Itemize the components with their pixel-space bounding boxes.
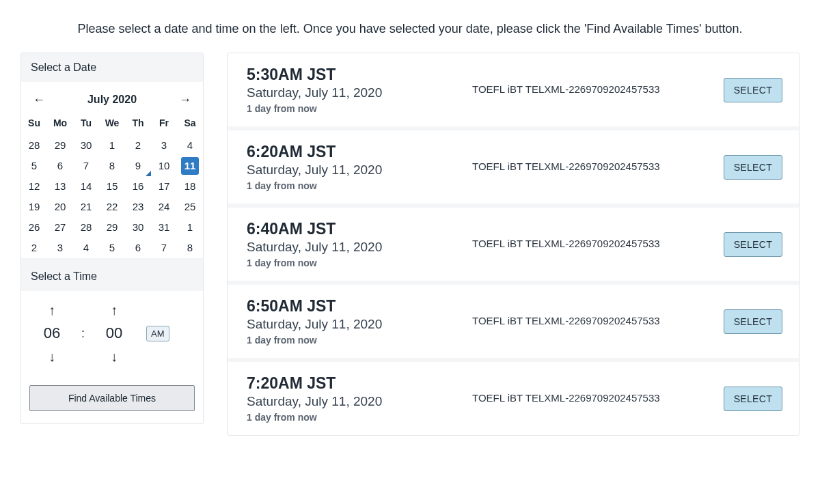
arrow-right-icon: → (179, 93, 191, 107)
calendar-dow: Tu (73, 113, 99, 135)
calendar-day[interactable]: 28 (73, 217, 99, 238)
calendar-day[interactable]: 13 (47, 176, 73, 197)
calendar-day[interactable]: 25 (177, 197, 203, 217)
hour-up-button[interactable]: ↑ (49, 299, 55, 321)
calendar-day[interactable]: 16 (125, 176, 151, 197)
calendar-dow: Sa (177, 113, 203, 135)
calendar-day[interactable]: 11 (177, 156, 203, 176)
slot-date: Saturday, July 11, 2020 (247, 317, 472, 332)
calendar-day[interactable]: 12 (21, 176, 47, 197)
slot-relative: 1 day from now (247, 180, 472, 191)
slot-date: Saturday, July 11, 2020 (247, 85, 472, 100)
calendar-day[interactable]: 4 (177, 135, 203, 156)
calendar-day[interactable]: 31 (151, 217, 177, 238)
calendar-day[interactable]: 17 (151, 176, 177, 197)
slot-time: 7:20AM JST (247, 374, 472, 393)
arrow-down-icon: ↓ (49, 349, 55, 364)
select-slot-button[interactable]: SELECT (724, 78, 782, 102)
slot-date: Saturday, July 11, 2020 (247, 240, 472, 255)
slot-time: 6:20AM JST (247, 143, 472, 161)
slot-time: 6:50AM JST (247, 297, 472, 316)
calendar-dow: Su (21, 113, 47, 135)
calendar-day[interactable]: 29 (99, 217, 125, 238)
calendar-day[interactable]: 3 (47, 238, 73, 258)
calendar-day[interactable]: 24 (151, 197, 177, 217)
time-slot: 6:50AM JSTSaturday, July 11, 20201 day f… (228, 285, 799, 358)
arrow-up-icon: ↑ (49, 303, 55, 318)
slot-description: TOEFL iBT TELXML-2269709202457533 (472, 237, 714, 251)
minute-down-button[interactable]: ↓ (111, 346, 118, 367)
calendar-day[interactable]: 6 (125, 238, 151, 258)
calendar-day[interactable]: 23 (125, 197, 151, 217)
calendar-day[interactable]: 14 (73, 176, 99, 197)
ampm-toggle[interactable]: AM (146, 326, 169, 341)
calendar-day[interactable]: 7 (151, 238, 177, 258)
slot-date: Saturday, July 11, 2020 (247, 394, 472, 409)
calendar-day[interactable]: 30 (73, 135, 99, 156)
calendar-day[interactable]: 8 (177, 238, 203, 258)
prev-month-button[interactable]: ← (29, 90, 49, 109)
calendar-day[interactable]: 19 (21, 197, 47, 217)
slot-description: TOEFL iBT TELXML-2269709202457533 (472, 83, 714, 96)
calendar-day[interactable]: 8 (99, 156, 125, 176)
slot-description: TOEFL iBT TELXML-2269709202457533 (472, 314, 714, 328)
left-panel: Select a Date ← July 2020 → SuMoTuWeThFr… (20, 53, 204, 424)
calendar-table: SuMoTuWeThFrSa 2829301234567891011121314… (21, 113, 203, 258)
slot-relative: 1 day from now (247, 103, 472, 114)
calendar-day[interactable]: 7 (73, 156, 99, 176)
slot-relative: 1 day from now (247, 335, 472, 346)
calendar-day[interactable]: 3 (151, 135, 177, 156)
calendar-dow: Th (125, 113, 151, 135)
calendar-day[interactable]: 9 (125, 156, 151, 176)
calendar-month-label: July 2020 (87, 94, 137, 106)
hour-down-button[interactable]: ↓ (49, 346, 55, 367)
time-slot: 5:30AM JSTSaturday, July 11, 20201 day f… (228, 53, 799, 126)
calendar-day[interactable]: 18 (177, 176, 203, 197)
calendar-day[interactable]: 27 (47, 217, 73, 238)
instruction-text: Please select a date and time on the lef… (20, 7, 800, 53)
calendar-day[interactable]: 30 (125, 217, 151, 238)
calendar-day[interactable]: 29 (47, 135, 73, 156)
calendar-day[interactable]: 10 (151, 156, 177, 176)
calendar-day[interactable]: 4 (73, 238, 99, 258)
slot-description: TOEFL iBT TELXML-2269709202457533 (472, 160, 714, 173)
calendar-day[interactable]: 1 (177, 217, 203, 238)
time-slot: 7:20AM JSTSaturday, July 11, 20201 day f… (228, 362, 799, 435)
find-available-times-button[interactable]: Find Available Times (29, 385, 195, 411)
select-slot-button[interactable]: SELECT (724, 232, 782, 257)
calendar-day[interactable]: 26 (21, 217, 47, 238)
calendar-day[interactable]: 28 (21, 135, 47, 156)
calendar-dow: We (99, 113, 125, 135)
calendar-dow: Mo (47, 113, 73, 135)
calendar-day[interactable]: 15 (99, 176, 125, 197)
select-slot-button[interactable]: SELECT (724, 387, 782, 411)
select-slot-button[interactable]: SELECT (724, 155, 782, 180)
slot-relative: 1 day from now (247, 412, 472, 423)
time-slot: 6:20AM JSTSaturday, July 11, 20201 day f… (228, 130, 799, 204)
results-panel: 5:30AM JSTSaturday, July 11, 20201 day f… (227, 53, 800, 436)
minute-value: 00 (106, 321, 122, 346)
calendar-day[interactable]: 22 (99, 197, 125, 217)
calendar-dow: Fr (151, 113, 177, 135)
calendar-day[interactable]: 5 (99, 238, 125, 258)
calendar-day[interactable]: 2 (21, 238, 47, 258)
next-month-button[interactable]: → (176, 90, 195, 109)
select-slot-button[interactable]: SELECT (724, 309, 782, 334)
time-colon: : (72, 326, 94, 341)
arrow-up-icon: ↑ (111, 303, 118, 318)
select-time-header: Select a Time (21, 262, 203, 291)
calendar-day[interactable]: 20 (47, 197, 73, 217)
select-date-header: Select a Date (21, 53, 203, 82)
calendar-day[interactable]: 1 (99, 135, 125, 156)
calendar-day[interactable]: 5 (21, 156, 47, 176)
arrow-down-icon: ↓ (111, 349, 118, 364)
slot-time: 6:40AM JST (247, 220, 472, 238)
calendar-day[interactable]: 2 (125, 135, 151, 156)
slot-relative: 1 day from now (247, 257, 472, 268)
calendar-day[interactable]: 6 (47, 156, 73, 176)
slot-date: Saturday, July 11, 2020 (247, 163, 472, 178)
minute-up-button[interactable]: ↑ (111, 299, 118, 321)
calendar-day[interactable]: 21 (73, 197, 99, 217)
hour-value: 06 (44, 321, 60, 346)
slot-description: TOEFL iBT TELXML-2269709202457533 (472, 391, 714, 405)
